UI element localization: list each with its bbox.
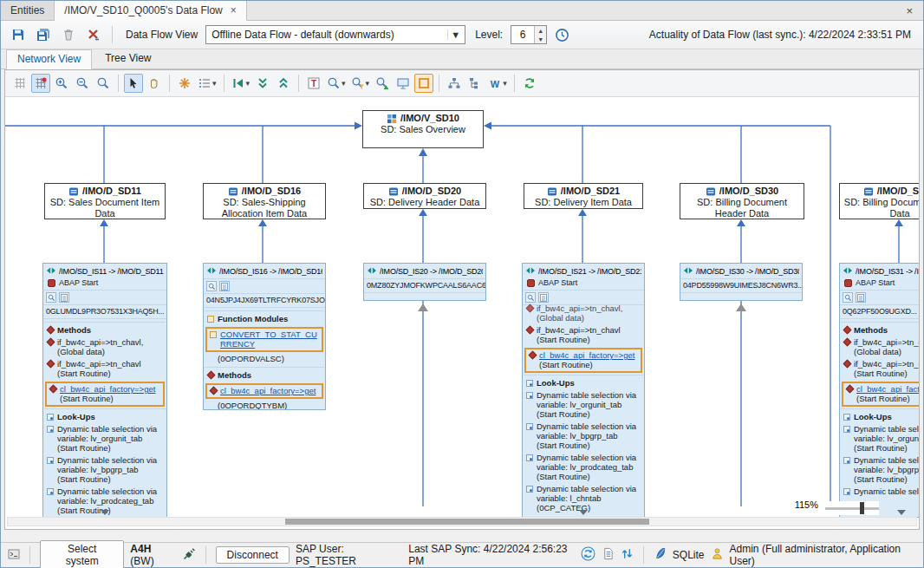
delete-icon[interactable] bbox=[58, 24, 79, 45]
sync-icon[interactable] bbox=[581, 546, 595, 564]
scroll-more-indicator[interactable] bbox=[579, 510, 588, 515]
zoom-slider[interactable] bbox=[825, 501, 879, 515]
tf-entry-param: (0OPORDQTYBM) bbox=[205, 401, 324, 410]
select-system-button[interactable]: Select system bbox=[40, 540, 124, 568]
tf-section-header: Methods bbox=[841, 322, 919, 336]
transformation-subtitle: ABAP Start bbox=[856, 278, 895, 288]
tf-body bbox=[364, 292, 485, 301]
transformation-card-is30[interactable]: /IMO/SD_IS30 -> /IMO/D_SD3004PD55998W9UI… bbox=[680, 263, 803, 301]
node-id: /IMO/D_SD30 bbox=[719, 186, 778, 197]
collapse-all-icon[interactable] bbox=[253, 74, 272, 93]
save-all-icon[interactable] bbox=[33, 24, 54, 45]
tf-entry[interactable]: cl_bw4c_api_factory=>get bbox=[205, 383, 323, 399]
transformation-card-is16[interactable]: /IMO/SD_IS16 -> /IMO/D_SD1604N5JPJ4JX69T… bbox=[203, 263, 326, 410]
tab-close-icon[interactable]: × bbox=[231, 5, 237, 16]
pane-close-icon[interactable]: × bbox=[895, 4, 923, 17]
transformation-card-is11[interactable]: /IMO/SD_IS11 -> /IMO/D_SD11ABAP Start0GL… bbox=[42, 263, 167, 518]
clock-icon[interactable] bbox=[551, 24, 572, 45]
toolbar-separator bbox=[118, 75, 119, 92]
log-icon[interactable] bbox=[602, 547, 615, 563]
network-canvas[interactable]: /IMO/V_SD10 SD: Sales Overview /IMO/D_SD… bbox=[5, 97, 919, 529]
doc-mini-icon[interactable] bbox=[219, 281, 230, 291]
hierarchy-compact-icon[interactable] bbox=[465, 74, 485, 93]
expand-all-icon[interactable] bbox=[274, 74, 293, 93]
auto-layout-icon[interactable] bbox=[175, 74, 194, 93]
level-input[interactable]: 6 ▲▼ bbox=[511, 25, 547, 44]
zoom-mini-icon[interactable] bbox=[46, 292, 56, 303]
pan-hand-icon[interactable] bbox=[145, 74, 164, 93]
zoom-slider-track[interactable] bbox=[825, 507, 879, 510]
disconnect-button[interactable]: Disconnect bbox=[216, 546, 290, 564]
tf-section-header: Look-Ups bbox=[44, 408, 166, 423]
chevron-down-icon[interactable]: ▼ bbox=[447, 29, 463, 40]
adso-icon bbox=[388, 186, 399, 197]
transformation-title: /IMO/SD_IS11 -> /IMO/D_SD11 bbox=[59, 267, 164, 277]
entity-node-sd31[interactable]: /IMO/D_SD31 SD: Billing Document Item Da… bbox=[839, 183, 919, 219]
wz-dropdown-icon[interactable]: W▾ bbox=[486, 74, 509, 93]
level-spinner-up-icon[interactable]: ▲ bbox=[535, 26, 546, 35]
cursor-icon[interactable] bbox=[124, 74, 143, 93]
level-value[interactable]: 6 bbox=[511, 26, 534, 43]
search-icon[interactable]: ▾ bbox=[325, 74, 348, 93]
lookup-icon bbox=[526, 392, 533, 399]
highlight-icon[interactable] bbox=[414, 74, 433, 93]
doc-mini-icon[interactable] bbox=[856, 292, 866, 303]
doc-mini-icon[interactable] bbox=[538, 292, 549, 303]
tab-entities[interactable]: Entities bbox=[1, 1, 55, 20]
transformation-card-is31[interactable]: /IMO/SD_IS31 -> /IMO/D_SD31ABAP Start0Q6… bbox=[839, 263, 919, 518]
entity-node-sd21[interactable]: /IMO/D_SD21 SD: Delivery Item Data bbox=[524, 183, 643, 209]
zoom-slider-thumb[interactable] bbox=[860, 502, 864, 514]
scroll-more-indicator[interactable] bbox=[101, 510, 109, 515]
zoom-out-icon[interactable] bbox=[73, 74, 92, 93]
method-icon bbox=[47, 360, 55, 369]
horizontal-scrollbar[interactable] bbox=[7, 517, 917, 526]
dataflow-view-select[interactable]: Offline Data Flow - default (downwards) … bbox=[205, 25, 465, 44]
zoom-fit-icon[interactable] bbox=[94, 74, 113, 93]
transfer-icon[interactable] bbox=[621, 547, 634, 563]
tab-network-view[interactable]: Network View bbox=[6, 49, 92, 69]
toolbar-separator bbox=[169, 75, 170, 92]
entity-node-v-sd10[interactable]: /IMO/V_SD10 SD: Sales Overview bbox=[362, 110, 484, 148]
grid-icon[interactable] bbox=[10, 74, 29, 93]
zoom-mini-icon[interactable] bbox=[843, 292, 853, 303]
tf-entry[interactable]: cl_bw4c_api_factory=>get(Start Routine) bbox=[45, 382, 165, 407]
zoom-mini-icon[interactable] bbox=[525, 292, 536, 303]
adso-icon bbox=[228, 186, 238, 197]
hierarchy-icon[interactable] bbox=[445, 74, 464, 93]
list-dropdown-icon[interactable]: ▾ bbox=[196, 74, 218, 93]
search-chart-icon[interactable] bbox=[373, 74, 392, 93]
entity-node-sd16[interactable]: /IMO/D_SD16 SD: Sales-Shipping Allocatio… bbox=[203, 183, 326, 219]
tf-entry: Dynamic table selection via variable: lv… bbox=[524, 452, 643, 483]
refresh-icon[interactable] bbox=[520, 74, 539, 93]
tab-dataflow[interactable]: /IMO/V_SD10_Q0005's Data Flow × bbox=[55, 1, 246, 21]
transformation-card-is20[interactable]: /IMO/SD_IS20 -> /IMO/D_SD200MZ80ZYJMOFKW… bbox=[363, 263, 486, 301]
go-to-start-icon[interactable]: ▾ bbox=[230, 74, 252, 93]
text-tool-icon[interactable]: T bbox=[304, 74, 323, 93]
search-filter-icon[interactable]: ▾ bbox=[349, 74, 372, 93]
transformation-card-is21[interactable]: /IMO/SD_IS21 -> /IMO/D_SD21ABAP Startif_… bbox=[522, 263, 645, 518]
zoom-mini-icon[interactable] bbox=[206, 281, 217, 291]
tab-tree-view[interactable]: Tree View bbox=[94, 49, 162, 69]
horizontal-scrollbar-thumb[interactable] bbox=[285, 519, 649, 525]
tf-entry[interactable]: CONVERT_TO_STAT_CURRENCY bbox=[205, 327, 323, 352]
tf-entry: if_bw4c_api=>tn_chavl(Start Routine) bbox=[524, 324, 643, 346]
entity-node-sd20[interactable]: /IMO/D_SD20 SD: Delivery Header Data bbox=[363, 183, 486, 209]
tf-entry[interactable]: cl_bw4c_api_factory=>get(Start Routine) bbox=[524, 348, 642, 373]
discard-icon[interactable] bbox=[83, 24, 104, 45]
entity-node-sd30[interactable]: /IMO/D_SD30 SD: Billing Document Header … bbox=[680, 183, 804, 219]
tf-section-header: Function Modules bbox=[205, 310, 324, 325]
lookup-icon bbox=[526, 486, 533, 493]
user-icon bbox=[711, 547, 724, 563]
console-icon[interactable] bbox=[8, 548, 20, 563]
entity-node-sd11[interactable]: /IMO/D_SD11 SD: Sales Document Item Data bbox=[44, 183, 166, 219]
zoom-in-icon[interactable] bbox=[52, 74, 71, 93]
presentation-icon[interactable] bbox=[394, 74, 413, 93]
tf-entry[interactable]: cl_bw4c_api_factory=>get(Start Routine) bbox=[842, 382, 919, 407]
methods-icon bbox=[47, 326, 55, 335]
level-spinner-down-icon[interactable]: ▼ bbox=[535, 35, 546, 43]
grid-pin-icon[interactable] bbox=[31, 74, 50, 93]
save-icon[interactable] bbox=[8, 24, 29, 45]
doc-mini-icon[interactable] bbox=[59, 292, 69, 303]
node-id: /IMO/D_SD11 bbox=[82, 186, 141, 197]
scroll-more-indicator[interactable] bbox=[897, 510, 906, 515]
